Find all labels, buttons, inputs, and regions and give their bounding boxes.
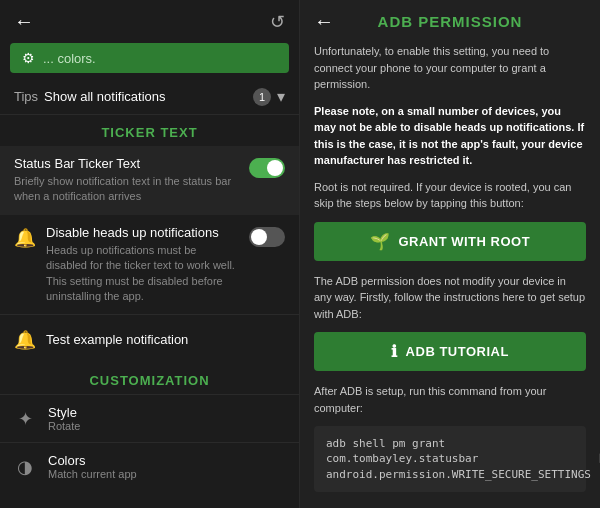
- right-header: ← ADB PERMISSION: [300, 0, 600, 39]
- adb-tutorial-icon: ℹ: [391, 342, 398, 361]
- adb-desc2-strong: Please note, on a small number of device…: [314, 105, 584, 167]
- disable-heads-setting-desc: Heads up notifications must be disabled …: [46, 243, 239, 305]
- right-panel: ← ADB PERMISSION Unfortunately, to enabl…: [300, 0, 600, 508]
- root-note: Root is not required. If your device is …: [314, 179, 586, 212]
- colors-text: Colors Match current app: [48, 453, 285, 480]
- status-bar-setting-desc: Briefly show notification text in the st…: [14, 174, 239, 205]
- command-box: adb shell pm grant com.tombayley.statusb…: [314, 426, 586, 492]
- history-icon[interactable]: ↺: [270, 11, 285, 33]
- test-notification-label: Test example notification: [46, 332, 188, 347]
- command-text: adb shell pm grant com.tombayley.statusb…: [326, 436, 591, 482]
- adb-desc2: Please note, on a small number of device…: [314, 103, 586, 169]
- disable-heads-toggle[interactable]: [249, 227, 285, 247]
- grant-with-root-button[interactable]: 🌱 GRANT WITH ROOT: [314, 222, 586, 261]
- right-back-icon[interactable]: ←: [314, 10, 334, 33]
- after-adb-text: After ADB is setup, run this command fro…: [314, 383, 586, 416]
- adb-separator: The ADB permission does not modify your …: [314, 273, 586, 323]
- style-item[interactable]: ✦ Style Rotate: [0, 394, 299, 442]
- status-bar-toggle[interactable]: [249, 158, 285, 178]
- status-bar-setting-title: Status Bar Ticker Text: [14, 156, 239, 171]
- grant-root-icon: 🌱: [370, 232, 391, 251]
- ticker-text-section-title: TICKER TEXT: [0, 115, 299, 146]
- style-title: Style: [48, 405, 285, 420]
- grant-root-label: GRANT WITH ROOT: [398, 234, 530, 249]
- style-sub: Rotate: [48, 420, 285, 432]
- colors-sub: Match current app: [48, 468, 285, 480]
- colors-title: Colors: [48, 453, 285, 468]
- customization-section-title: CUSTOMIZATION: [0, 363, 299, 394]
- adb-permission-title: ADB PERMISSION: [342, 13, 558, 30]
- colors-item[interactable]: ◑ Colors Match current app: [0, 442, 299, 490]
- colors-icon: ◑: [14, 456, 36, 478]
- tips-row[interactable]: Tips Show all notifications 1 ▾: [0, 79, 299, 115]
- status-bar-setting-text: Status Bar Ticker Text Briefly show noti…: [14, 156, 239, 205]
- left-header: ← ↺: [0, 0, 299, 43]
- style-icon: ✦: [14, 408, 36, 430]
- style-text: Style Rotate: [48, 405, 285, 432]
- bell-outline-icon: 🔔: [14, 329, 36, 351]
- disable-heads-setting[interactable]: 🔔 Disable heads up notifications Heads u…: [0, 215, 299, 315]
- x-icon: ✕: [513, 504, 526, 508]
- bell-icon: 🔔: [14, 227, 36, 249]
- back-icon[interactable]: ←: [14, 10, 34, 33]
- tips-value: Show all notifications: [44, 89, 253, 104]
- customization-section: ✦ Style Rotate ◑ Colors Match current ap…: [0, 394, 299, 490]
- tips-label: Tips: [14, 89, 38, 104]
- adb-desc1: Unfortunately, to enable this setting, y…: [314, 43, 586, 93]
- ticker-bar: ⚙ ... colors.: [10, 43, 289, 73]
- ticker-bar-text: ... colors.: [43, 51, 96, 66]
- chevron-down-icon[interactable]: ▾: [277, 87, 285, 106]
- right-content: Unfortunately, to enable this setting, y…: [300, 39, 600, 508]
- disable-heads-setting-text: Disable heads up notifications Heads up …: [46, 225, 239, 305]
- left-panel: ← ↺ ⚙ ... colors. Tips Show all notifica…: [0, 0, 300, 508]
- disable-heads-setting-title: Disable heads up notifications: [46, 225, 239, 240]
- adb-tutorial-label: ADB TUTORIAL: [406, 344, 509, 359]
- status-bar-setting[interactable]: Status Bar Ticker Text Briefly show noti…: [0, 146, 299, 215]
- adb-tutorial-button[interactable]: ℹ ADB TUTORIAL: [314, 332, 586, 371]
- tips-badge: 1: [253, 88, 271, 106]
- permission-row: Permission not granted ✕: [314, 504, 586, 508]
- ticker-bar-icon: ⚙: [22, 50, 35, 66]
- test-notification-row[interactable]: 🔔 Test example notification: [0, 314, 299, 363]
